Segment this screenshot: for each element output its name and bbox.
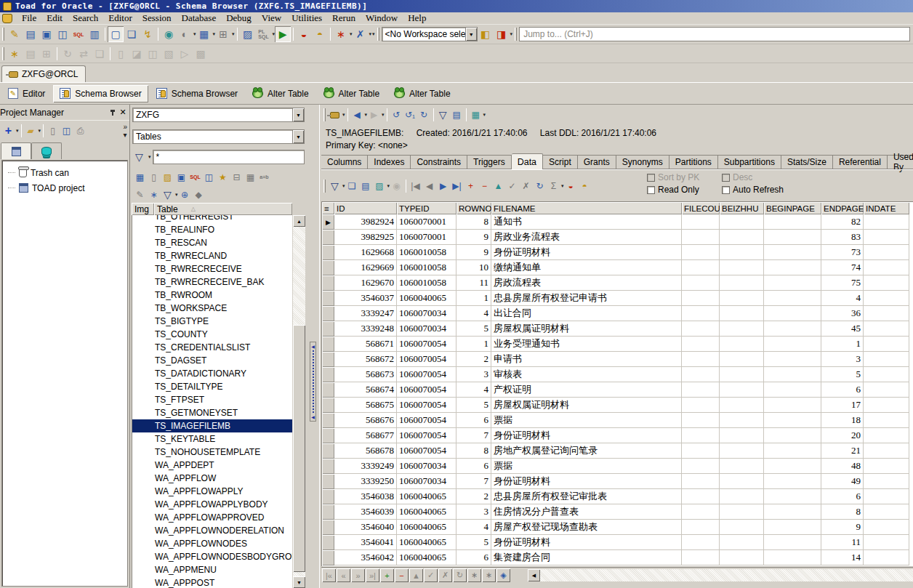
cell-indate[interactable] [864, 489, 909, 504]
prior-record-icon[interactable]: ◀ [422, 179, 436, 193]
row-selector[interactable]: ▶ [322, 230, 334, 245]
history-forward-icon[interactable]: ▶ [367, 108, 381, 122]
panel-splitter[interactable]: ◀ ◀ [307, 105, 319, 588]
table-row[interactable]: ▶ 3546042 1060040065 6 集资建房合同 14 [322, 550, 913, 565]
row-selector[interactable]: ▶ [322, 245, 334, 260]
cell-rowno[interactable]: 3 [456, 504, 491, 520]
rowid-icon[interactable]: ◫ [202, 170, 216, 184]
toolbar-grip[interactable] [515, 28, 517, 41]
prior-page-button[interactable]: « [337, 568, 350, 582]
row-selector[interactable]: ▶ [322, 520, 334, 535]
table-list-item[interactable]: WA_APPFLOW [132, 472, 292, 485]
cell-rowno[interactable]: 6 [456, 413, 491, 428]
table-row[interactable]: ▶ 568676 1060070054 6 票据 18 [322, 413, 913, 428]
new-document-icon[interactable]: ▯ [113, 46, 129, 62]
detail-tab[interactable]: Partitions [669, 155, 718, 169]
cell-id[interactable]: 1629669 [334, 260, 397, 275]
cell-rowno[interactable]: 5 [456, 398, 491, 413]
favorites-icon[interactable]: ★ [216, 170, 230, 184]
cell-beginpage[interactable] [764, 428, 821, 443]
tree-view-icon[interactable]: ⊞ [39, 46, 55, 62]
refresh-detail-icon[interactable]: ↺₁ [403, 108, 417, 122]
cell-filename[interactable]: 房地产权属登记询问笔录 [491, 443, 682, 459]
delete-record-icon[interactable]: − [478, 179, 491, 193]
connection-tab[interactable]: ZXFG@ORCL [1, 65, 86, 82]
cell-filename[interactable]: 缴纳通知单 [491, 260, 682, 275]
cell-filecount[interactable] [682, 230, 720, 245]
filter-data-icon[interactable]: ▽ [328, 179, 342, 193]
edit-record-button[interactable]: ▲ [409, 568, 423, 582]
cell-endpage[interactable]: 4 [821, 291, 864, 306]
dropdown-arrow-icon[interactable]: ▾ [369, 31, 372, 37]
cell-endpage[interactable]: 36 [821, 306, 864, 321]
cell-filecount[interactable] [682, 306, 720, 321]
cell-filename[interactable]: 住房情况分户普查表 [491, 504, 682, 520]
schema-browser-icon[interactable]: ▤ [23, 26, 39, 42]
cell-id[interactable]: 568672 [334, 352, 397, 367]
table-list-item[interactable]: TS_DAGSET [132, 354, 292, 367]
cell-filecount[interactable] [682, 382, 720, 398]
table-list-item[interactable]: TS_CREDENTIALSLIST [132, 341, 292, 354]
object-type-combobox[interactable]: Tables ▼ [132, 129, 305, 144]
cell-filecount[interactable] [682, 275, 720, 291]
table-list-item[interactable]: TS_KEYTABLE [132, 432, 292, 446]
cell-typeid[interactable]: 1060070054 [397, 337, 456, 352]
cell-beizhhu[interactable] [720, 367, 764, 382]
drop-icon[interactable]: ◆ [192, 188, 206, 201]
cell-beizhhu[interactable] [720, 413, 764, 428]
cell-indate[interactable] [864, 382, 909, 398]
cell-rowno[interactable]: 9 [456, 230, 491, 245]
cell-filename[interactable]: 身份证明材料 [491, 428, 682, 443]
cell-rowno[interactable]: 7 [456, 474, 491, 489]
cell-indate[interactable] [864, 275, 909, 291]
table-row[interactable]: ▶ 568677 1060070054 7 身份证明材料 20 [322, 428, 913, 443]
cell-beizhhu[interactable] [720, 260, 764, 275]
cell-beizhhu[interactable] [720, 489, 764, 504]
cell-beginpage[interactable] [764, 230, 821, 245]
detail-tab[interactable]: Used By [888, 155, 913, 169]
tab-projects[interactable] [1, 142, 31, 159]
cell-endpage[interactable]: 83 [821, 230, 864, 245]
toolbar-grip[interactable] [377, 28, 379, 41]
cell-indate[interactable] [864, 337, 909, 352]
table-row[interactable]: ▶ 3339248 1060070034 5 房屋权属证明材料 45 [322, 321, 913, 337]
cell-id[interactable]: 3339250 [334, 474, 397, 489]
app-designer-icon[interactable]: ∗ [7, 46, 23, 62]
detail-tab[interactable]: Constraints [411, 155, 467, 169]
refresh-list-icon[interactable]: ↺ [390, 108, 403, 122]
cell-filename[interactable]: 审核表 [491, 367, 682, 382]
cell-filename[interactable]: 房屋权属证明材料 [491, 321, 682, 337]
duplicate-icon[interactable]: ▧ [161, 46, 177, 62]
column-header-id[interactable]: ID [334, 202, 397, 214]
cell-filename[interactable]: 房屋产权登记现场查勘表 [491, 520, 682, 535]
menu-item[interactable]: Editor [103, 12, 137, 25]
cell-id[interactable]: 568673 [334, 367, 397, 382]
cell-beizhhu[interactable] [720, 321, 764, 337]
table-row[interactable]: ▶ 568674 1060070054 4 产权证明 6 [322, 382, 913, 398]
cell-id[interactable]: 568674 [334, 382, 397, 398]
cell-filename[interactable]: 通知书 [491, 214, 682, 230]
cell-id[interactable]: 568676 [334, 413, 397, 428]
describe-objects-icon[interactable]: ⊞ [215, 26, 231, 42]
table-row[interactable]: ▶ 1629668 1060010058 9 身份证明材料 73 [322, 245, 913, 260]
cell-typeid[interactable]: 1060040065 [397, 535, 456, 550]
cell-endpage[interactable]: 21 [821, 443, 864, 459]
cell-filename[interactable]: 申请书 [491, 352, 682, 367]
cell-beginpage[interactable] [764, 291, 821, 306]
toolbar-grip[interactable] [323, 108, 326, 121]
detail-tab[interactable]: Triggers [467, 155, 512, 169]
last-record-icon[interactable]: ▶| [450, 179, 464, 193]
cell-indate[interactable] [864, 535, 909, 550]
cell-filecount[interactable] [682, 474, 720, 489]
cell-filename[interactable]: 身份证明材料 [491, 245, 682, 260]
cell-typeid[interactable]: 1060070054 [397, 352, 456, 367]
row-selector[interactable]: ▶ [322, 321, 334, 337]
cell-typeid[interactable]: 1060040065 [397, 291, 456, 306]
cell-beginpage[interactable] [764, 413, 821, 428]
table-row[interactable]: ▶ 3546040 1060040065 4 房屋产权登记现场查勘表 9 [322, 520, 913, 535]
cell-indate[interactable] [864, 428, 909, 443]
cancel-edit-icon[interactable]: ✗ [519, 179, 533, 193]
save-document-icon[interactable]: ◫ [145, 46, 161, 62]
cell-beizhhu[interactable] [720, 352, 764, 367]
cell-typeid[interactable]: 1060070034 [397, 321, 456, 337]
